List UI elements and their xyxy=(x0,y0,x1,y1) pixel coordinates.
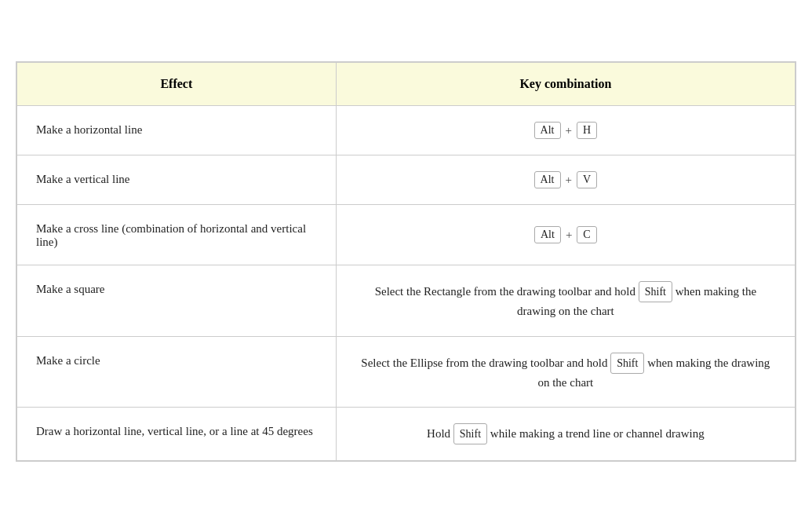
key-badge: C xyxy=(577,226,596,243)
key-description: Select the Ellipse from the drawing tool… xyxy=(355,353,776,392)
key-badge: Alt xyxy=(534,171,561,188)
table-row: Make a circleSelect the Ellipse from the… xyxy=(17,336,796,408)
key-badge: H xyxy=(577,122,597,139)
key-combo-cell: Alt+V xyxy=(336,155,795,205)
effect-cell: Draw a horizontal line, vertical line, o… xyxy=(17,408,337,461)
key-badge: Shift xyxy=(639,281,672,302)
table-row: Make a squareSelect the Rectangle from t… xyxy=(17,265,796,337)
key-badge: Alt xyxy=(534,122,561,139)
key-combo-display: Alt+H xyxy=(355,122,776,139)
effect-cell: Make a horizontal line xyxy=(17,106,337,155)
key-badge: Shift xyxy=(610,353,644,374)
effect-cell: Make a vertical line xyxy=(17,155,337,205)
key-description: Hold Shift while making a trend line or … xyxy=(355,423,776,444)
key-badge: V xyxy=(577,171,597,188)
plus-sign: + xyxy=(566,174,572,187)
key-combo-display: Alt+C xyxy=(355,226,776,243)
table-row: Make a vertical lineAlt+V xyxy=(17,155,796,205)
plus-sign: + xyxy=(566,229,572,242)
key-combo-cell: Select the Rectangle from the drawing to… xyxy=(336,265,795,337)
table-row: Draw a horizontal line, vertical line, o… xyxy=(17,408,796,461)
effect-cell: Make a cross line (combination of horizo… xyxy=(17,205,337,265)
effect-cell: Make a square xyxy=(17,265,337,337)
key-badge: Shift xyxy=(453,423,487,444)
table-row: Make a cross line (combination of horizo… xyxy=(17,205,796,265)
plus-sign: + xyxy=(566,124,572,137)
effect-cell: Make a circle xyxy=(17,336,337,408)
effect-column-header: Effect xyxy=(17,63,337,106)
key-combo-cell: Alt+C xyxy=(336,205,795,265)
key-badge: Alt xyxy=(534,226,561,243)
key-combo-cell: Hold Shift while making a trend line or … xyxy=(336,408,795,461)
key-combination-column-header: Key combination xyxy=(336,63,795,106)
key-combo-cell: Alt+H xyxy=(336,106,795,155)
table-row: Make a horizontal lineAlt+H xyxy=(17,106,796,155)
key-combo-cell: Select the Ellipse from the drawing tool… xyxy=(336,336,795,408)
shortcut-table: Effect Key combination Make a horizontal… xyxy=(16,61,796,462)
table-header-row: Effect Key combination xyxy=(17,63,796,106)
key-combo-display: Alt+V xyxy=(355,171,776,188)
key-description: Select the Rectangle from the drawing to… xyxy=(355,281,776,320)
